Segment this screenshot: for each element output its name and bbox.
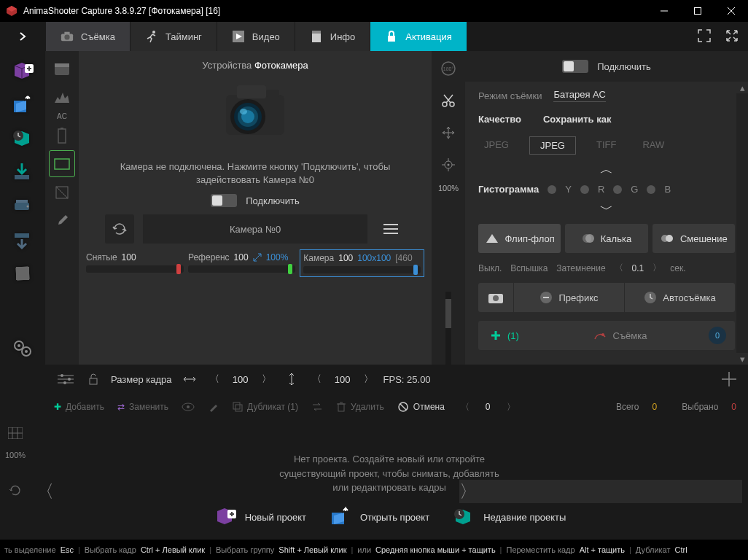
auto-capture-button[interactable]: Автосъёмка — [624, 283, 735, 312]
height-value[interactable]: 100 — [332, 374, 354, 385]
minimize-button[interactable] — [647, 0, 681, 22]
timeline-next[interactable]: 〉 — [459, 480, 742, 503]
width-next[interactable]: 〉 — [259, 373, 274, 386]
refresh-cameras-button[interactable] — [105, 214, 134, 244]
fit-screen-icon[interactable] — [697, 28, 712, 45]
ref-slider[interactable] — [188, 265, 295, 273]
top-tabs: Съёмка Тайминг Видео Инфо Активация — [0, 22, 748, 51]
move-button[interactable] — [435, 120, 461, 146]
rotate-button[interactable] — [7, 258, 38, 289]
new-project-action[interactable]: Новый проект — [213, 505, 306, 530]
right-connect-toggle[interactable] — [562, 60, 588, 73]
delete-action[interactable]: Удалить — [336, 401, 384, 413]
tab-shoot[interactable]: Съёмка — [45, 22, 130, 51]
frame-next[interactable]: 〉 — [504, 401, 518, 413]
export-button[interactable] — [7, 225, 38, 255]
tab-info[interactable]: Инфо — [295, 22, 370, 51]
height-next[interactable]: 〉 — [361, 373, 376, 386]
prefix-button[interactable]: Префикс — [513, 283, 624, 312]
svg-rect-17 — [15, 175, 29, 179]
shot-slider[interactable] — [86, 265, 184, 273]
dim-next[interactable]: 〉 — [652, 262, 661, 274]
add-action[interactable]: ✚Добавить — [54, 402, 104, 412]
new-project-button[interactable] — [7, 57, 38, 88]
cam-slider[interactable] — [303, 266, 421, 273]
timeline-prev[interactable]: 〈 — [36, 480, 54, 503]
histo-y-toggle[interactable] — [548, 185, 556, 194]
import-button[interactable] — [7, 158, 38, 188]
dimming-button[interactable]: Затемнение — [556, 263, 605, 273]
format-raw[interactable]: RAW — [636, 136, 670, 155]
grid-view-button[interactable] — [8, 427, 23, 440]
width-icon — [179, 369, 200, 389]
duplicate-action[interactable]: Дубликат (1) — [233, 402, 298, 412]
histo-b-toggle[interactable] — [647, 185, 655, 194]
expand-sidebar-button[interactable] — [0, 22, 45, 51]
shoot-button[interactable]: Съёмка — [531, 330, 709, 341]
target-button[interactable] — [435, 152, 461, 178]
fullscreen-icon[interactable] — [725, 28, 739, 45]
lock-icon[interactable] — [83, 369, 104, 389]
expand-icon[interactable] — [253, 253, 262, 262]
eye-action[interactable] — [182, 402, 195, 411]
replace-action[interactable]: ⇄Заменить — [117, 402, 168, 412]
format-jpeg[interactable]: JPEG — [529, 136, 576, 155]
svg-rect-36 — [266, 90, 279, 97]
close-button[interactable] — [714, 0, 748, 22]
expand-down-button[interactable]: ﹀ — [478, 201, 735, 218]
drive-button[interactable] — [7, 191, 38, 222]
recent-projects-action[interactable]: Недавние проекты — [451, 505, 566, 530]
camera-select[interactable]: Камера №0 — [143, 214, 367, 244]
tool-histogram[interactable] — [49, 84, 75, 111]
width-prev[interactable]: 〈 — [207, 373, 222, 386]
add-grid-button[interactable] — [719, 369, 739, 389]
window-title: AnimaShooter Capture 3.8.9.27 [Фотокамер… — [23, 6, 647, 16]
flash-button[interactable]: Вспышка — [510, 263, 548, 273]
maximize-button[interactable] — [681, 0, 714, 22]
recent-projects-button[interactable] — [7, 124, 38, 155]
tab-video[interactable]: Видео — [217, 22, 295, 51]
histo-g-toggle[interactable] — [613, 185, 622, 194]
dim-prev[interactable]: 〈 — [615, 262, 623, 274]
zoom-scrollbar[interactable] — [445, 292, 451, 365]
frame-prev[interactable]: 〈 — [458, 401, 472, 413]
height-prev[interactable]: 〈 — [309, 373, 324, 386]
settings-button[interactable] — [7, 334, 38, 365]
width-value[interactable]: 100 — [230, 374, 252, 385]
flipflop-button[interactable]: Флип-флоп — [478, 224, 561, 253]
connect-toggle[interactable] — [211, 194, 237, 207]
off-button[interactable]: Выкл. — [478, 263, 502, 273]
camera-menu-button[interactable] — [376, 214, 405, 244]
scroll-up-icon[interactable]: ▴ — [736, 82, 748, 93]
fps-label[interactable]: FPS: 25.00 — [383, 374, 431, 385]
svg-rect-31 — [61, 128, 63, 129]
cut-button[interactable] — [435, 88, 461, 114]
open-project-action[interactable]: Открыть проект — [328, 505, 429, 530]
scroll-down-icon[interactable]: ▾ — [736, 353, 748, 365]
blend-button[interactable]: Смешение — [652, 224, 735, 253]
capture-camera-button[interactable] — [478, 283, 513, 312]
format-tiff[interactable]: TIFF — [591, 136, 622, 155]
right-scrollbar[interactable]: ▴ ▾ — [736, 82, 748, 365]
tool-eyedropper[interactable] — [49, 207, 75, 234]
tool-card[interactable] — [49, 55, 75, 82]
tool-battery[interactable] — [49, 122, 75, 149]
timeline-refresh[interactable] — [9, 484, 22, 499]
collapse-up-button[interactable]: ︿ — [478, 160, 735, 178]
tab-activation[interactable]: Активация — [370, 22, 466, 51]
reverse-action[interactable] — [311, 402, 323, 411]
sliders-icon[interactable] — [55, 369, 76, 389]
brush-action[interactable] — [208, 401, 219, 413]
cancel-action[interactable]: Отмена — [397, 401, 445, 413]
tool-crop[interactable] — [49, 179, 75, 206]
onion-button[interactable]: Калька — [565, 224, 647, 253]
tool-frame[interactable] — [49, 150, 75, 177]
rotate-180-button[interactable]: 180° — [435, 55, 461, 82]
battery-value[interactable]: Батарея АС — [553, 89, 605, 102]
height-icon — [281, 369, 302, 389]
quality-jpeg[interactable]: JPEG — [478, 136, 515, 155]
add-frame-button[interactable]: (1) — [478, 330, 531, 341]
histo-r-toggle[interactable] — [580, 185, 589, 194]
tab-timing[interactable]: Тайминг — [130, 22, 217, 51]
open-project-button[interactable] — [7, 90, 38, 121]
